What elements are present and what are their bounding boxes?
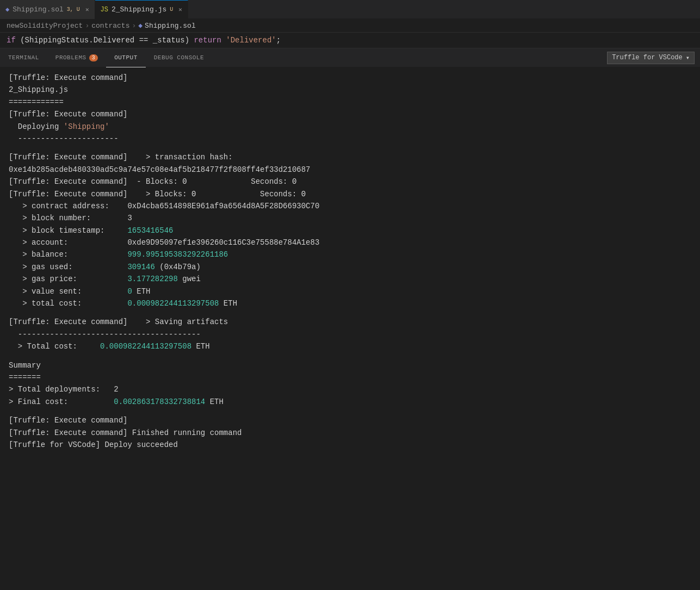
output-line-10: [Truffle: Execute command] > Blocks: 0 S… — [9, 188, 691, 200]
problems-badge: 3 — [89, 54, 98, 61]
output-line-11: > contract address: 0xD4cba6514898E961af… — [9, 200, 691, 212]
tab-close-2shipping[interactable]: ✕ — [178, 6, 182, 13]
output-line-2: 2_Shipping.js — [9, 84, 691, 96]
breadcrumb-contracts[interactable]: contracts — [91, 22, 129, 30]
chevron-down-icon: ▾ — [686, 54, 690, 62]
output-line-16: > gas used: 309146 (0x4b79a) — [9, 261, 691, 273]
output-line-4: [Truffle: Execute command] — [9, 108, 691, 120]
output-line-26: > Final cost: 0.002863178332738814 ETH — [9, 396, 691, 408]
tab-close-shipping[interactable]: ✕ — [85, 6, 89, 13]
output-line-27: [Truffle: Execute command] — [9, 414, 691, 426]
tab-shipping-sol[interactable]: ◆ Shipping.sol 3, U ✕ — [0, 0, 95, 19]
code-return-keyword: return — [194, 36, 221, 45]
breadcrumb-project[interactable]: newSolidityProject — [7, 22, 83, 30]
output-source-dropdown[interactable]: Truffle for VSCode ▾ — [607, 52, 695, 64]
output-line-14: > account: 0xde9D95097ef1e396260c116C3e7… — [9, 237, 691, 249]
output-line-13: > block timestamp: 1653416546 — [9, 225, 691, 237]
code-if-keyword: if — [7, 36, 16, 45]
output-line-24: ======= — [9, 371, 691, 383]
dropdown-label: Truffle for VSCode — [612, 54, 683, 61]
tab-modified-2shipping: U — [170, 7, 173, 13]
breadcrumb: newSolidityProject › contracts › ◆ Shipp… — [0, 19, 700, 33]
sol-icon: ◆ — [5, 5, 9, 14]
output-line-8: 0xe14b285acdeb480330ad5c9a74e57c08e4af5b… — [9, 164, 691, 176]
tab-output[interactable]: OUTPUT — [106, 48, 146, 67]
output-line-6: ---------------------- — [9, 133, 691, 145]
output-line-9: [Truffle: Execute command] - Blocks: 0 S… — [9, 176, 691, 188]
output-line-5: Deploying 'Shipping' — [9, 121, 691, 133]
output-line-28: [Truffle: Execute command] Finished runn… — [9, 427, 691, 439]
code-condition: (ShippingStatus.Delivered == _status) — [16, 36, 194, 45]
output-panel: [Truffle: Execute command] 2_Shipping.js… — [0, 67, 700, 455]
breadcrumb-file[interactable]: Shipping.sol — [145, 22, 196, 30]
output-line-22: > Total cost: 0.000982244113297508 ETH — [9, 340, 691, 352]
output-line-25: > Total deployments: 2 — [9, 383, 691, 395]
output-line-23: Summary — [9, 359, 691, 371]
tab-terminal[interactable]: TERMINAL — [0, 48, 47, 67]
output-line-15: > balance: 999.995195383292261186 — [9, 249, 691, 260]
code-return-value: 'Delivered' — [226, 36, 276, 45]
output-line-17: > gas price: 3.177282298 gwei — [9, 273, 691, 285]
tab-problems[interactable]: PROBLEMS 3 — [47, 48, 106, 67]
tab-modified-shipping: 3, U — [67, 7, 80, 13]
tab-2shipping-js[interactable]: JS 2_Shipping.js U ✕ — [95, 0, 188, 19]
tab-label-shipping: Shipping.sol — [13, 5, 64, 14]
output-line-19: > total cost: 0.000982244113297508 ETH — [9, 297, 691, 309]
output-line-12: > block number: 3 — [9, 212, 691, 224]
output-line-3: ============ — [9, 96, 691, 108]
output-line-29: [Truffle for VSCode] Deploy succeeded — [9, 439, 691, 451]
tab-debug-console[interactable]: DEBUG CONSOLE — [146, 48, 212, 67]
output-line-21: ---------------------------------------- — [9, 328, 691, 340]
tab-label-2shipping: 2_Shipping.js — [111, 5, 166, 14]
code-preview: if (ShippingStatus.Delivered == _status)… — [0, 33, 700, 48]
panel-tabs: TERMINAL PROBLEMS 3 OUTPUT DEBUG CONSOLE… — [0, 48, 700, 67]
code-semicolon: ; — [276, 36, 281, 45]
output-line-7: [Truffle: Execute command] > transaction… — [9, 151, 691, 163]
js-icon: JS — [101, 6, 108, 14]
breadcrumb-file-icon: ◆ — [138, 21, 143, 30]
output-line-20: [Truffle: Execute command] > Saving arti… — [9, 316, 691, 328]
tab-bar: ◆ Shipping.sol 3, U ✕ JS 2_Shipping.js U… — [0, 0, 700, 19]
panel-tab-right: Truffle for VSCode ▾ — [607, 52, 700, 64]
output-line-18: > value sent: 0 ETH — [9, 285, 691, 297]
output-line-1: [Truffle: Execute command] — [9, 72, 691, 84]
